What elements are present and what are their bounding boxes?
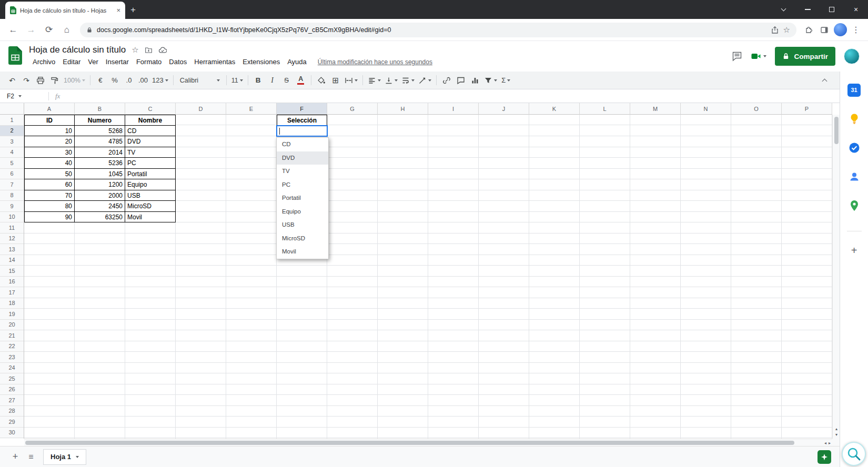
cell-C1[interactable]: Nombre <box>125 115 176 126</box>
add-addon-icon[interactable]: + <box>847 243 861 257</box>
cell-A4[interactable]: 30 <box>24 147 75 158</box>
cell-B4[interactable]: 2014 <box>75 147 125 158</box>
column-header-H[interactable]: H <box>378 103 428 115</box>
home-icon[interactable]: ⌂ <box>58 21 76 39</box>
share-button[interactable]: Compartir <box>775 47 835 66</box>
functions-button[interactable]: Σ <box>499 74 513 87</box>
column-header-K[interactable]: K <box>529 103 580 115</box>
move-folder-icon[interactable] <box>145 46 153 54</box>
cell-A7[interactable]: 60 <box>24 179 75 190</box>
row-header-16[interactable]: 16 <box>0 277 24 288</box>
row-header-23[interactable]: 23 <box>0 352 24 363</box>
active-cell-selection[interactable] <box>276 125 328 137</box>
fill-color-button[interactable] <box>315 74 328 87</box>
dropdown-item-dvd[interactable]: DVD <box>277 151 328 165</box>
cell-A9[interactable]: 80 <box>24 201 75 212</box>
row-header-25[interactable]: 25 <box>0 373 24 384</box>
formula-input[interactable] <box>66 89 840 103</box>
new-tab-button[interactable]: + <box>130 5 136 15</box>
share-page-icon[interactable] <box>771 26 779 34</box>
number-format-button[interactable]: 123 <box>150 74 170 87</box>
maps-icon[interactable] <box>847 199 861 212</box>
row-header-1[interactable]: 1 <box>0 115 24 126</box>
zoom-select[interactable]: 100% <box>62 74 87 87</box>
dropdown-item-equipo[interactable]: Equipo <box>277 205 328 219</box>
horizontal-scrollbar-thumb[interactable] <box>25 441 794 445</box>
scroll-up-icon[interactable]: ▴ <box>835 426 837 432</box>
filter-button[interactable] <box>482 74 499 87</box>
cloud-status-icon[interactable] <box>158 46 167 54</box>
column-header-N[interactable]: N <box>681 103 731 115</box>
row-header-8[interactable]: 8 <box>0 190 24 201</box>
insert-chart-button[interactable] <box>468 74 482 87</box>
add-sheet-button[interactable]: + <box>7 449 23 465</box>
cell-C8[interactable]: USB <box>125 190 176 201</box>
profile-avatar[interactable] <box>832 22 848 38</box>
row-header-19[interactable]: 19 <box>0 309 24 320</box>
column-header-I[interactable]: I <box>428 103 479 115</box>
cell-A6[interactable]: 50 <box>24 169 75 180</box>
merge-cells-button[interactable] <box>343 74 359 87</box>
browser-tab[interactable]: Hoja de cálculo sin título - Hojas × <box>5 2 125 19</box>
tab-close-icon[interactable]: × <box>116 7 120 14</box>
increase-decimals-button[interactable]: .00 <box>136 74 150 87</box>
cell-C5[interactable]: PC <box>125 158 176 169</box>
font-select[interactable]: Calibri <box>177 74 223 87</box>
cell-A1[interactable]: ID <box>24 115 75 126</box>
cell-B9[interactable]: 2450 <box>75 201 125 212</box>
bold-button[interactable]: B <box>251 74 265 87</box>
dropdown-item-usb[interactable]: USB <box>277 218 328 232</box>
dropdown-item-pc[interactable]: PC <box>277 178 328 192</box>
document-title[interactable]: Hoja de cálculo sin título <box>29 45 126 55</box>
row-header-26[interactable]: 26 <box>0 384 24 395</box>
cell-F1[interactable]: Selección <box>277 115 327 126</box>
row-header-14[interactable]: 14 <box>0 255 24 266</box>
column-header-A[interactable]: A <box>24 103 75 115</box>
borders-button[interactable]: ⊞ <box>329 74 342 87</box>
column-header-P[interactable]: P <box>782 103 832 115</box>
menu-archivo[interactable]: Archivo <box>29 57 59 67</box>
horizontal-align-button[interactable] <box>366 74 382 87</box>
row-header-13[interactable]: 13 <box>0 244 24 255</box>
cell-B3[interactable]: 4785 <box>75 136 125 147</box>
back-icon[interactable]: ← <box>4 21 22 39</box>
row-header-22[interactable]: 22 <box>0 341 24 352</box>
row-header-17[interactable]: 17 <box>0 287 24 298</box>
row-header-11[interactable]: 11 <box>0 222 24 234</box>
sheets-logo[interactable] <box>8 41 22 72</box>
cell-A8[interactable]: 70 <box>24 190 75 201</box>
column-header-F[interactable]: F <box>277 103 327 115</box>
font-size-select[interactable]: 11 <box>230 74 245 87</box>
row-header-24[interactable]: 24 <box>0 363 24 374</box>
cell-B6[interactable]: 1045 <box>75 169 125 180</box>
cell-C10[interactable]: Movil <box>125 212 176 223</box>
row-header-21[interactable]: 21 <box>0 330 24 341</box>
row-header-28[interactable]: 28 <box>0 406 24 417</box>
dropdown-item-movil[interactable]: Movil <box>277 245 328 259</box>
percent-format-button[interactable]: % <box>108 74 122 87</box>
bookmark-star-icon[interactable]: ☆ <box>783 25 790 35</box>
row-header-7[interactable]: 7 <box>0 179 24 190</box>
dropdown-item-cd[interactable]: CD <box>277 138 328 151</box>
cell-C7[interactable]: Equipo <box>125 179 176 190</box>
row-header-5[interactable]: 5 <box>0 158 24 169</box>
menu-datos[interactable]: Datos <box>165 57 190 67</box>
cell-C6[interactable]: Portatil <box>125 169 176 180</box>
comment-history-icon[interactable] <box>732 51 742 62</box>
insert-comment-button[interactable] <box>454 74 468 87</box>
dropdown-item-microsd[interactable]: MicroSD <box>277 232 328 246</box>
row-header-3[interactable]: 3 <box>0 136 24 147</box>
row-header-2[interactable]: 2 <box>0 126 24 137</box>
cell-B8[interactable]: 2000 <box>75 190 125 201</box>
side-panel-icon[interactable] <box>816 22 832 38</box>
menu-herramientas[interactable]: Herramientas <box>190 57 239 67</box>
column-header-O[interactable]: O <box>731 103 782 115</box>
menu-insertar[interactable]: Insertar <box>102 57 133 67</box>
cell-A5[interactable]: 40 <box>24 158 75 169</box>
forward-icon[interactable]: → <box>22 21 40 39</box>
undo-button[interactable]: ↶ <box>5 74 19 87</box>
menu-ayuda[interactable]: Ayuda <box>284 57 310 67</box>
cell-A3[interactable]: 20 <box>24 136 75 147</box>
cell-B10[interactable]: 63250 <box>75 212 125 223</box>
menu-editar[interactable]: Editar <box>59 57 84 67</box>
